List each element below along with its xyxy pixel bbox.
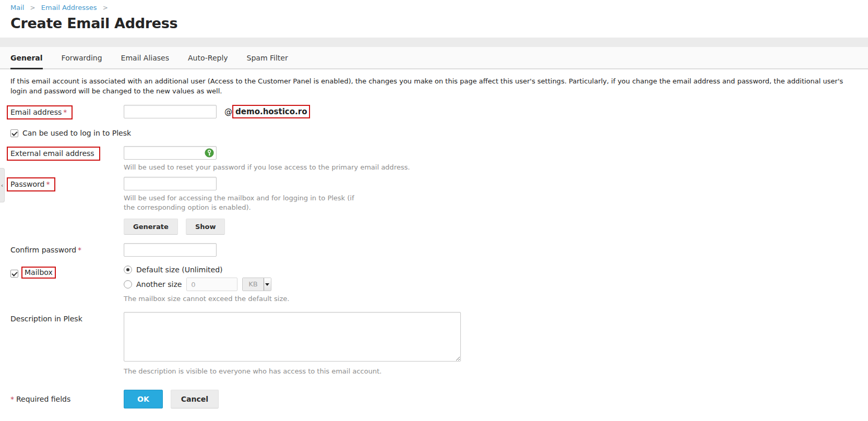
external-email-label-text: External email address — [10, 149, 94, 158]
confirm-password-row: Confirm password* — [10, 243, 858, 257]
another-size-label: Another size — [136, 280, 182, 288]
external-email-hint: Will be used to reset your password if y… — [124, 163, 858, 172]
plesk-login-row: Can be used to log in to Plesk — [10, 129, 858, 137]
email-address-control: @demo.hostico.ro — [124, 105, 858, 118]
description-hint: The description is visible to everyone w… — [124, 367, 858, 376]
password-hint: Will be used for accessing the mailbox a… — [124, 194, 364, 212]
sidebar-collapse-toggle[interactable]: ‹ — [0, 168, 5, 202]
password-control: Will be used for accessing the mailbox a… — [124, 177, 858, 212]
external-email-control: Will be used to reset your password if y… — [124, 146, 858, 172]
ok-button[interactable]: OK — [124, 390, 163, 408]
tab-bar: General Forwarding Email Aliases Auto-Re… — [0, 47, 868, 69]
description-label-text: Description in Plesk — [10, 315, 82, 323]
mailbox-row: Mailbox Default size (Unlimited) Another… — [10, 266, 858, 304]
external-email-label: External email address — [10, 146, 124, 161]
required-fields-text: Required fields — [16, 395, 70, 403]
breadcrumb-separator: > — [103, 4, 108, 11]
confirm-password-label: Confirm password* — [10, 243, 124, 254]
required-asterisk: * — [63, 108, 67, 116]
email-address-label-text: Email address — [10, 108, 62, 116]
breadcrumb-link-mail[interactable]: Mail — [10, 4, 24, 11]
confirm-password-input[interactable] — [124, 243, 217, 257]
annotation-box-email-label: Email address* — [7, 105, 73, 119]
required-asterisk: * — [78, 246, 81, 254]
password-label-text: Password — [10, 180, 44, 188]
annotation-box-domain: demo.hostico.ro — [232, 105, 310, 118]
description-control: The description is visible to everyone w… — [124, 312, 858, 376]
at-sign: @ — [224, 107, 232, 116]
chevron-down-icon[interactable] — [264, 278, 271, 291]
size-unit-value: KB — [243, 278, 263, 291]
external-email-row: External email address Will be used to r… — [10, 146, 858, 172]
annotation-box-password-label: Password* — [7, 177, 55, 191]
checkbox-checked-icon[interactable] — [10, 270, 18, 278]
default-size-radio-row[interactable]: Default size (Unlimited) — [124, 266, 858, 274]
form-content: If this email account is associated with… — [0, 69, 868, 408]
header-divider-band — [0, 38, 868, 47]
mailbox-control: Default size (Unlimited) Another size KB… — [124, 266, 858, 304]
another-size-radio-row[interactable]: Another size KB — [124, 278, 858, 291]
page-title: Create Email Address — [10, 15, 858, 31]
spacer — [10, 219, 124, 221]
show-button[interactable]: Show — [186, 219, 225, 235]
password-buttons-row: Generate Show — [10, 219, 858, 235]
radio-unselected-icon[interactable] — [124, 280, 132, 288]
size-unit-select[interactable]: KB — [242, 278, 271, 291]
cancel-button[interactable]: Cancel — [171, 390, 219, 408]
plesk-login-checkbox-row[interactable]: Can be used to log in to Plesk — [10, 129, 131, 137]
required-asterisk: * — [10, 395, 14, 403]
another-size-input[interactable] — [186, 278, 237, 291]
plesk-login-checkbox-label: Can be used to log in to Plesk — [22, 129, 131, 137]
mailbox-checkbox-row[interactable]: Mailbox — [10, 268, 124, 279]
mailbox-checkbox-label: Mailbox — [25, 268, 53, 276]
mailbox-size-hint: The mailbox size cannot exceed the defau… — [124, 294, 858, 304]
tab-auto-reply[interactable]: Auto-Reply — [188, 47, 228, 69]
password-buttons: Generate Show — [124, 219, 858, 235]
confirm-password-label-text: Confirm password — [10, 246, 76, 254]
info-text: If this email account is associated with… — [10, 76, 858, 96]
email-domain: demo.hostico.ro — [235, 107, 307, 116]
breadcrumb: Mail > Email Addresses > — [10, 4, 858, 11]
email-address-label: Email address* — [10, 105, 124, 119]
password-label: Password* — [10, 177, 124, 191]
annotation-box-mailbox-label: Mailbox — [21, 267, 56, 279]
mailbox-label-col: Mailbox — [10, 266, 124, 279]
annotation-box-external-email-label: External email address — [7, 147, 100, 161]
description-row: Description in Plesk The description is … — [10, 312, 858, 376]
email-address-row: Email address* @demo.hostico.ro — [10, 105, 858, 119]
description-label: Description in Plesk — [10, 312, 124, 323]
description-textarea[interactable] — [124, 312, 461, 362]
page-header: Mail > Email Addresses > Create Email Ad… — [0, 0, 868, 31]
tab-general[interactable]: General — [10, 47, 43, 69]
default-size-label: Default size (Unlimited) — [136, 266, 223, 274]
tab-email-aliases[interactable]: Email Aliases — [121, 47, 169, 69]
password-row: Password* Will be used for accessing the… — [10, 177, 858, 212]
radio-selected-icon[interactable] — [124, 266, 132, 274]
confirm-password-control — [124, 243, 858, 257]
external-email-input[interactable] — [124, 146, 217, 160]
password-input[interactable] — [124, 177, 217, 190]
email-address-input[interactable] — [124, 105, 217, 118]
checkbox-checked-icon[interactable] — [10, 129, 18, 137]
generate-button[interactable]: Generate — [124, 219, 178, 235]
footer-buttons: OK Cancel — [124, 390, 858, 408]
breadcrumb-separator: > — [30, 4, 35, 11]
breadcrumb-link-email-addresses[interactable]: Email Addresses — [41, 4, 97, 11]
key-icon — [205, 148, 214, 158]
chevron-left-icon: ‹ — [1, 182, 3, 189]
required-asterisk: * — [46, 180, 50, 188]
tab-spam-filter[interactable]: Spam Filter — [247, 47, 288, 69]
footer-row: *Required fields OK Cancel — [10, 390, 858, 408]
tab-forwarding[interactable]: Forwarding — [62, 47, 102, 69]
required-fields-note: *Required fields — [10, 390, 124, 403]
